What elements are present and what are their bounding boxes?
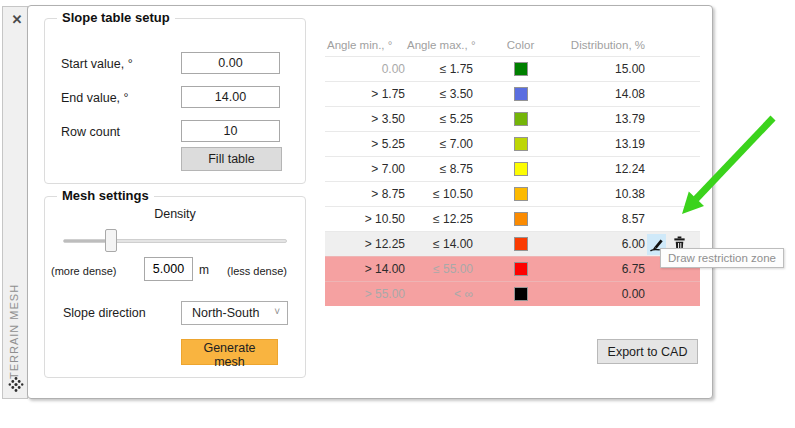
header-angle-min: Angle min., °	[325, 39, 405, 51]
mesh-settings-title: Mesh settings	[57, 188, 154, 203]
terrain-mesh-panel: Slope table setup Start value, ° End val…	[27, 5, 713, 399]
slope-table-setup-title: Slope table setup	[57, 10, 175, 25]
slope-direction-label: Slope direction	[63, 306, 146, 320]
color-swatch[interactable]	[514, 212, 528, 226]
density-unit-label: m	[199, 263, 209, 277]
color-swatch[interactable]	[514, 187, 528, 201]
density-slider-fill	[64, 240, 108, 242]
row-count-label: Row count	[61, 120, 120, 144]
table-row-restricted[interactable]: > 14.00 ≤ 55.00 6.75	[325, 256, 700, 281]
density-slider-thumb[interactable]	[105, 229, 117, 252]
table-row[interactable]: > 3.50 ≤ 5.25 13.79	[325, 106, 700, 131]
generate-mesh-button[interactable]: Generate mesh	[181, 339, 278, 365]
slope-table-setup-group: Slope table setup Start value, ° End val…	[44, 18, 306, 184]
more-dense-hint: (more dense)	[51, 265, 116, 277]
table-row[interactable]: 0.00 ≤ 1.75 15.00	[325, 56, 700, 81]
mesh-settings-group: Mesh settings Density (more dense) m (le…	[44, 196, 306, 378]
palette-title: TERRAIN MESH	[8, 269, 20, 379]
table-row[interactable]: > 5.25 ≤ 7.00 13.19	[325, 131, 700, 156]
start-value-input[interactable]	[181, 52, 280, 74]
start-value-label: Start value, °	[61, 52, 133, 76]
header-angle-max: Angle max., °	[405, 39, 473, 51]
density-value-input[interactable]	[144, 257, 193, 281]
less-dense-hint: (less dense)	[227, 265, 287, 277]
header-distribution: Distribution, %	[568, 39, 645, 51]
color-swatch[interactable]	[514, 237, 528, 251]
table-row-selected[interactable]: > 12.25 ≤ 14.00 6.00	[325, 231, 700, 256]
density-label: Density	[63, 207, 287, 221]
slope-direction-value: North-South	[192, 306, 259, 320]
table-row[interactable]: > 7.00 ≤ 8.75 12.24	[325, 156, 700, 181]
end-value-input[interactable]	[181, 86, 280, 108]
table-header-row: Angle min., ° Angle max., ° Color Distri…	[325, 37, 700, 52]
color-swatch[interactable]	[514, 287, 528, 301]
table-row[interactable]: > 8.75 ≤ 10.50 10.38	[325, 181, 700, 206]
export-to-cad-button[interactable]: Export to CAD	[597, 339, 698, 364]
table-row[interactable]: > 1.75 ≤ 3.50 14.08	[325, 81, 700, 106]
terrain-mesh-app: ✕ TERRAIN MESH Slope table setup Start v…	[0, 0, 795, 428]
slope-direction-select[interactable]: North-South ˅	[181, 301, 288, 325]
close-icon[interactable]: ✕	[9, 12, 25, 28]
color-swatch[interactable]	[514, 137, 528, 151]
row-count-input[interactable]	[181, 120, 280, 142]
slope-distribution-table: Angle min., ° Angle max., ° Color Distri…	[325, 37, 700, 306]
chevron-down-icon: ˅	[274, 306, 280, 317]
tooltip-draw-restriction-zone: Draw restriction zone	[660, 248, 784, 268]
color-swatch[interactable]	[514, 162, 528, 176]
table-row[interactable]: > 10.50 ≤ 12.25 8.57	[325, 206, 700, 231]
palette-title-strip: ✕ TERRAIN MESH	[2, 6, 28, 399]
color-swatch[interactable]	[514, 62, 528, 76]
color-swatch[interactable]	[514, 112, 528, 126]
density-slider-track[interactable]	[63, 239, 287, 243]
header-color: Color	[473, 39, 568, 51]
color-swatch[interactable]	[514, 262, 528, 276]
mesh-points-icon	[7, 376, 25, 394]
table-row-restricted[interactable]: > 55.00 < ∞ 0.00	[325, 281, 700, 306]
end-value-label: End value, °	[61, 86, 129, 110]
color-swatch[interactable]	[514, 87, 528, 101]
fill-table-button[interactable]: Fill table	[181, 147, 282, 171]
